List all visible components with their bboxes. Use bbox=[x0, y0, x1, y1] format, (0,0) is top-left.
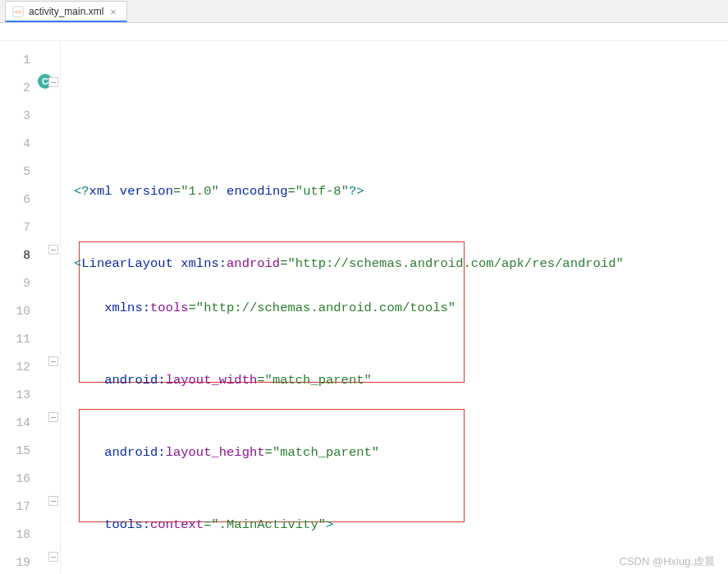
code-line: tools:context=".MainActivity"> bbox=[74, 511, 728, 539]
code-line bbox=[74, 568, 728, 574]
tab-bar: <> activity_main.xml × bbox=[0, 0, 728, 23]
editor-tab-activity-main[interactable]: <> activity_main.xml × bbox=[5, 1, 127, 22]
fold-icon[interactable] bbox=[48, 496, 58, 506]
gutter: 1 2 3 4 5 6 7 8 9 10 11 12 13 14 15 16 1… bbox=[0, 23, 61, 574]
code-line: xmlns:tools="http://schemas.android.com/… bbox=[74, 294, 728, 322]
code-line: android:layout_height="match_parent" bbox=[74, 439, 728, 466]
svg-text:<>: <> bbox=[15, 9, 21, 15]
code-line: <?xml version="1.0" encoding="utf-8"?> bbox=[74, 149, 728, 177]
fold-icon[interactable] bbox=[48, 356, 58, 366]
close-icon[interactable]: × bbox=[108, 7, 118, 17]
fold-icon[interactable] bbox=[48, 552, 58, 562]
code-editor[interactable]: 1 2 3 4 5 6 7 8 9 10 11 12 13 14 15 16 1… bbox=[0, 23, 728, 574]
editor-tab-label: activity_main.xml bbox=[29, 6, 103, 17]
xml-file-icon: <> bbox=[12, 6, 24, 17]
fold-icon[interactable] bbox=[48, 412, 58, 422]
watermark: CSDN @Hxiug.虚晨 bbox=[620, 554, 716, 569]
code-line: android:layout_width="match_parent" bbox=[74, 366, 728, 394]
code-area[interactable]: <?xml version="1.0" encoding="utf-8"?> <… bbox=[61, 23, 728, 574]
fold-icon[interactable] bbox=[48, 245, 58, 255]
fold-icon[interactable] bbox=[48, 77, 58, 87]
code-line: <LinearLayout xmlns:android="http://sche… bbox=[74, 222, 728, 250]
